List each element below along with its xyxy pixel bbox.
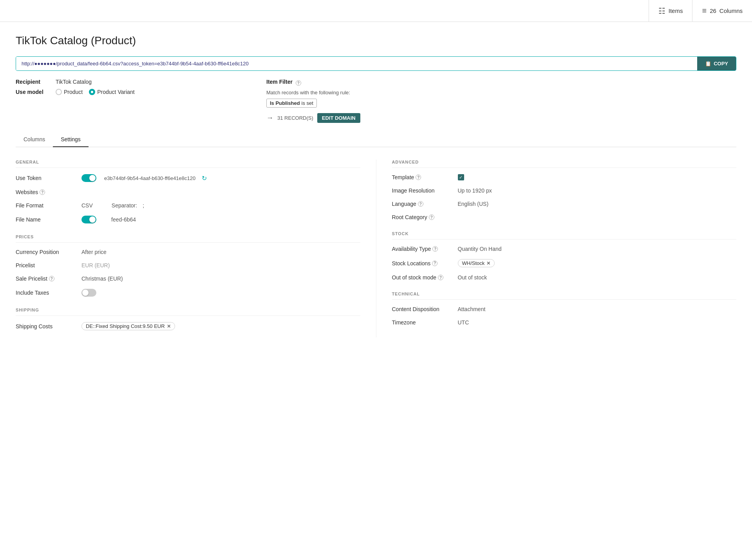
availability-type-help-icon[interactable]: ?: [432, 246, 438, 252]
stock-locations-chip: WH/Stock ✕: [458, 259, 495, 267]
include-taxes-track: [81, 289, 96, 297]
file-name-toggle[interactable]: [81, 216, 96, 223]
file-name-row: File Name feed-6b64: [16, 216, 360, 223]
top-bar-columns[interactable]: ≡ 26 Columns: [692, 0, 752, 22]
file-format-row: File Format CSV Separator: ;: [16, 202, 360, 209]
pricelist-row: Pricelist EUR (EUR): [16, 262, 360, 268]
language-row: Language ? English (US): [392, 201, 737, 207]
filter-tag: Is Published is set: [266, 99, 317, 108]
radio-variant[interactable]: Product Variant: [89, 89, 134, 95]
language-value: English (US): [458, 201, 489, 207]
radio-variant-label: Product Variant: [97, 89, 134, 95]
radio-product[interactable]: Product: [56, 89, 83, 95]
tab-columns[interactable]: Columns: [16, 132, 53, 147]
use-token-toggle[interactable]: [81, 174, 96, 182]
out-of-stock-row: Out of stock mode ? Out of stock: [392, 274, 737, 281]
filter-rule-text: Match records with the following rule:: [266, 90, 736, 95]
url-input[interactable]: [16, 57, 697, 70]
tabs: Columns Settings: [16, 132, 736, 147]
prices-section-title: PRICES: [16, 234, 360, 243]
timezone-row: Timezone UTC: [392, 319, 737, 326]
copy-button[interactable]: 📋 COPY: [697, 57, 736, 70]
shipping-chip-text: DE::Fixed Shipping Cost:9.50 EUR: [86, 323, 165, 329]
item-filter-help[interactable]: ?: [296, 80, 301, 86]
items-label: Items: [669, 7, 683, 14]
columns-label: Columns: [719, 7, 743, 14]
sale-pricelist-help-icon[interactable]: ?: [49, 276, 54, 281]
shipping-section-title: SHIPPING: [16, 308, 360, 316]
template-checkbox[interactable]: ✓: [458, 174, 464, 180]
separator-value: ;: [143, 202, 144, 209]
technical-section-title: TECHNICAL: [392, 292, 737, 300]
root-category-help-icon[interactable]: ?: [429, 214, 434, 220]
use-token-thumb: [89, 175, 96, 181]
language-help-icon[interactable]: ?: [418, 201, 423, 207]
settings-panel: GENERAL Use Token e3b744bf-9b54-4aaf-b63…: [16, 147, 736, 337]
filter-tag-text: is set: [302, 100, 313, 106]
websites-help-icon[interactable]: ?: [40, 189, 45, 195]
top-bar-items[interactable]: ☷ Items: [649, 0, 692, 22]
use-model-label: Use model: [16, 89, 51, 95]
recipient-field: Recipient TikTok Catalog: [16, 79, 266, 85]
item-filter-section: Item Filter ? Match records with the fol…: [266, 79, 736, 123]
availability-type-value: Quantity On Hand: [458, 246, 502, 252]
stock-chip-text: WH/Stock: [462, 260, 485, 266]
radio-product-label: Product: [64, 89, 83, 95]
records-row: → 31 RECORD(S) EDIT DOMAIN: [266, 113, 736, 123]
refresh-icon[interactable]: ↻: [202, 175, 207, 182]
currency-position-row: Currency Position After price: [16, 249, 360, 255]
file-name-thumb: [89, 216, 96, 223]
file-format-label: File Format: [16, 202, 78, 209]
use-token-row: Use Token e3b744bf-9b54-4aaf-b630-ff6e41…: [16, 174, 360, 182]
stock-locations-help-icon[interactable]: ?: [432, 261, 437, 266]
separator-label: Separator:: [112, 202, 137, 209]
recipient-label: Recipient: [16, 79, 51, 85]
availability-type-row: Availability Type ? Quantity On Hand: [392, 246, 737, 252]
items-icon: ☷: [658, 6, 665, 16]
records-link[interactable]: 31 RECORD(S): [277, 115, 313, 121]
out-of-stock-help-icon[interactable]: ?: [438, 275, 443, 280]
file-name-track: [81, 216, 96, 223]
tab-settings[interactable]: Settings: [53, 132, 89, 147]
model-radio-group: Product Product Variant: [56, 89, 135, 95]
stock-chip-remove[interactable]: ✕: [486, 261, 490, 266]
copy-icon: 📋: [705, 61, 711, 67]
sale-pricelist-value: Christmas (EUR): [81, 275, 123, 282]
pricelist-label: Pricelist: [16, 262, 78, 268]
radio-product-circle: [56, 89, 62, 95]
use-token-label: Use Token: [16, 175, 78, 181]
content-disposition-row: Content Disposition Attachment: [392, 306, 737, 312]
use-token-track: [81, 174, 96, 182]
timezone-value: UTC: [458, 319, 469, 326]
include-taxes-toggle[interactable]: [81, 289, 96, 297]
image-resolution-label: Image Resolution: [392, 187, 455, 194]
image-resolution-value: Up to 1920 px: [458, 187, 492, 194]
item-filter-label: Item Filter: [266, 79, 293, 85]
top-bar: ☷ Items ≡ 26 Columns: [0, 0, 752, 22]
content-disposition-label: Content Disposition: [392, 306, 455, 312]
root-category-row: Root Category ?: [392, 214, 737, 220]
file-name-value: feed-6b64: [111, 216, 136, 223]
root-category-label: Root Category ?: [392, 214, 455, 220]
websites-row: Websites ?: [16, 189, 360, 195]
template-label: Template ?: [392, 174, 455, 180]
template-row: Template ? ✓: [392, 174, 737, 180]
language-label: Language ?: [392, 201, 455, 207]
columns-icon: ≡: [702, 6, 707, 15]
stock-section-title: STOCK: [392, 231, 737, 239]
shipping-costs-chip: DE::Fixed Shipping Cost:9.50 EUR ✕: [81, 322, 175, 330]
include-taxes-row: Include Taxes: [16, 289, 360, 297]
records-count: 31 RECORD(S): [277, 115, 313, 121]
shipping-chip-remove[interactable]: ✕: [167, 324, 171, 329]
websites-label: Websites ?: [16, 189, 78, 195]
settings-left-col: GENERAL Use Token e3b744bf-9b54-4aaf-b63…: [16, 160, 376, 337]
stock-locations-label: Stock Locations ?: [392, 260, 455, 266]
edit-domain-button[interactable]: EDIT DOMAIN: [317, 113, 360, 123]
meta-row: Recipient TikTok Catalog Use model Produ…: [16, 79, 736, 124]
content-disposition-value: Attachment: [458, 306, 486, 312]
file-format-value: CSV: [81, 202, 93, 209]
currency-position-value: After price: [81, 249, 107, 255]
template-help-icon[interactable]: ?: [416, 175, 421, 180]
image-resolution-row: Image Resolution Up to 1920 px: [392, 187, 737, 194]
meta-left: Recipient TikTok Catalog Use model Produ…: [16, 79, 266, 124]
